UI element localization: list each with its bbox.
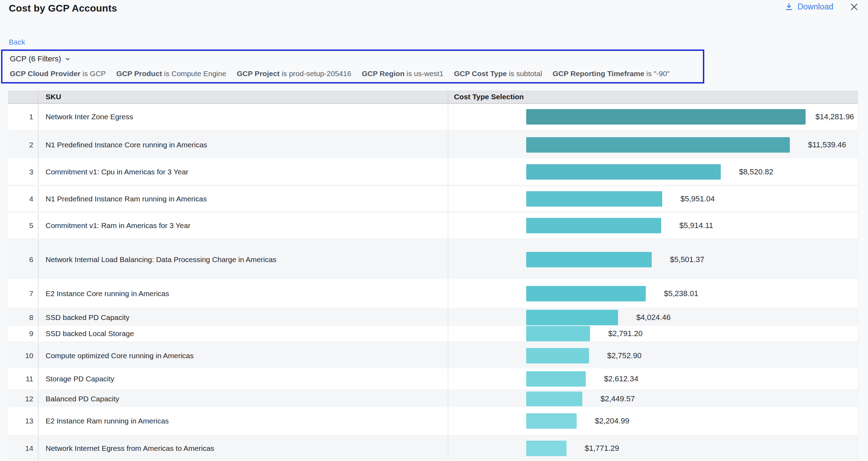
table-row[interactable]: 2N1 Predefined Instance Core running in … <box>8 131 858 159</box>
download-button[interactable]: Download <box>785 2 833 12</box>
table-row[interactable]: 1Network Inter Zone Egress$14,281.96 <box>8 104 858 131</box>
cost-bar-cell: $5,914.11 <box>448 213 858 239</box>
cost-bar-cell: $8,520.82 <box>448 159 858 185</box>
filter-operator-value: is us-west1 <box>405 69 443 78</box>
filter-operator-value: is GCP <box>80 69 106 78</box>
cost-value-label: $4,024.46 <box>636 313 671 322</box>
cost-bar-cell: $2,449.57 <box>448 391 858 407</box>
table-row[interactable]: 5Commitment v1: Ram in Americas for 3 Ye… <box>8 213 858 240</box>
cost-value-label: $1,771.29 <box>585 444 619 453</box>
cost-value-label: $5,951.04 <box>680 194 715 203</box>
filter-list: GCP Cloud Provider is GCPGCP Product is … <box>10 69 696 78</box>
cost-bar-cell: $5,501.37 <box>448 240 858 279</box>
row-index: 1 <box>8 104 39 130</box>
table-body: 1Network Inter Zone Egress$14,281.962N1 … <box>8 104 858 460</box>
cost-bar-cell: $2,752.90 <box>448 343 858 368</box>
table-header-index <box>8 91 39 103</box>
table-row[interactable]: 12Balanced PD Capacity$2,449.57 <box>8 391 858 407</box>
cost-bar <box>526 252 652 267</box>
table-row[interactable]: 7E2 Instance Core running in Americas$5,… <box>8 279 858 309</box>
filter-operator-value: is "-90" <box>644 69 670 78</box>
table-header-sku: SKU <box>39 91 448 103</box>
table-row[interactable]: 3Commitment v1: Cpu in Americas for 3 Ye… <box>8 159 858 186</box>
filter-condition: GCP Reporting Timeframe is "-90" <box>552 69 670 78</box>
cost-bar <box>526 326 590 341</box>
cost-bar-cell: $5,238.01 <box>448 279 858 308</box>
filter-condition: GCP Cost Type is subtotal <box>454 69 542 78</box>
filter-condition: GCP Project is prod-setup-205416 <box>237 69 351 78</box>
cost-bar <box>526 441 567 456</box>
cost-value-label: $2,204.99 <box>595 416 629 426</box>
cost-bar-cell: $11,539.46 <box>448 131 858 159</box>
table-row[interactable]: 11Storage PD Capacity$2,612.34 <box>8 368 858 391</box>
cost-bar <box>526 286 646 301</box>
download-label: Download <box>798 2 833 12</box>
filter-field-name: GCP Region <box>362 69 405 78</box>
close-icon <box>849 2 859 12</box>
table-row[interactable]: 9SSD backed Local Storage$2,791.20 <box>8 326 858 343</box>
sku-cell: SSD backed PD Capacity <box>39 309 448 326</box>
row-index: 9 <box>8 326 39 341</box>
back-link[interactable]: Back <box>9 38 25 46</box>
cost-value-label: $2,752.90 <box>607 351 642 360</box>
filter-field-name: GCP Product <box>116 69 162 78</box>
cost-bar <box>526 310 618 325</box>
top-actions: Download <box>785 2 859 12</box>
filter-field-name: GCP Cost Type <box>454 69 507 78</box>
cost-value-label: $2,612.34 <box>604 374 638 383</box>
cost-bar <box>526 413 577 429</box>
row-index: 3 <box>8 159 39 185</box>
filter-field-name: GCP Cloud Provider <box>10 69 80 78</box>
sku-cell: E2 Instance Ram running in Americas <box>39 407 448 435</box>
table-row[interactable]: 14Network Internet Egress from Americas … <box>8 436 858 460</box>
cost-bar <box>526 392 582 406</box>
table-row[interactable]: 10Compute optimized Core running in Amer… <box>8 343 858 368</box>
cost-value-label: $5,238.01 <box>664 289 698 298</box>
table-header-cost-type-selection: Cost Type Selection <box>448 91 858 103</box>
download-icon <box>785 2 793 11</box>
row-index: 6 <box>8 240 39 279</box>
page-title: Cost by GCP Accounts <box>9 3 117 14</box>
cost-bar <box>526 371 586 387</box>
filter-operator-value: is subtotal <box>507 69 542 78</box>
filter-condition: GCP Region is us-west1 <box>362 69 443 78</box>
table-row[interactable]: 13E2 Instance Ram running in Americas$2,… <box>8 407 858 436</box>
sku-cell: Commitment v1: Cpu in Americas for 3 Yea… <box>39 159 448 185</box>
cost-bar-cell: $2,204.99 <box>448 407 858 435</box>
cost-value-label: $11,539.46 <box>808 140 846 149</box>
sku-cell: Commitment v1: Ram in Americas for 3 Yea… <box>39 213 448 239</box>
row-index: 14 <box>8 436 39 460</box>
cost-bar-cell: $1,771.29 <box>448 436 858 460</box>
cost-value-label: $14,281.96 <box>815 112 854 121</box>
table-header-row: SKU Cost Type Selection <box>8 91 858 104</box>
row-index: 2 <box>8 131 39 159</box>
row-index: 12 <box>8 391 39 407</box>
filter-group-dropdown[interactable]: GCP (6 Filters) <box>10 54 71 64</box>
cost-value-label: $5,914.11 <box>679 221 713 230</box>
filter-field-name: GCP Reporting Timeframe <box>552 69 644 78</box>
row-index: 11 <box>8 368 39 389</box>
cost-value-label: $5,501.37 <box>670 255 704 264</box>
cost-bar <box>526 137 790 153</box>
sku-cell: N1 Predefined Instance Ram running in Am… <box>39 186 448 211</box>
cost-value-label: $2,449.57 <box>601 394 635 403</box>
cost-bar-cell: $5,951.04 <box>448 186 858 211</box>
cost-bar-cell: $2,791.20 <box>448 326 858 341</box>
close-button[interactable] <box>849 2 859 12</box>
filter-operator-value: is prod-setup-205416 <box>280 69 351 78</box>
table-row[interactable]: 6Network Internal Load Balancing: Data P… <box>8 240 858 279</box>
table-row[interactable]: 4N1 Predefined Instance Ram running in A… <box>8 186 858 213</box>
filter-condition: GCP Product is Compute Engine <box>116 69 226 78</box>
table-row[interactable]: 8SSD backed PD Capacity$4,024.46 <box>8 309 858 326</box>
sku-cell: E2 Instance Core running in Americas <box>39 279 448 308</box>
cost-bar-cell: $14,281.96 <box>448 104 858 130</box>
cost-bar <box>526 109 806 125</box>
filter-condition: GCP Cloud Provider is GCP <box>10 69 106 78</box>
cost-bar <box>526 348 589 363</box>
cost-bar <box>526 164 721 180</box>
sku-cell: Network Internet Egress from Americas to… <box>39 436 448 460</box>
sku-cell: Balanced PD Capacity <box>39 391 448 407</box>
sku-cell: Compute optimized Core running in Americ… <box>39 343 448 368</box>
cost-table: SKU Cost Type Selection 1Network Inter Z… <box>8 91 858 460</box>
filter-group-label: GCP (6 Filters) <box>10 54 61 64</box>
